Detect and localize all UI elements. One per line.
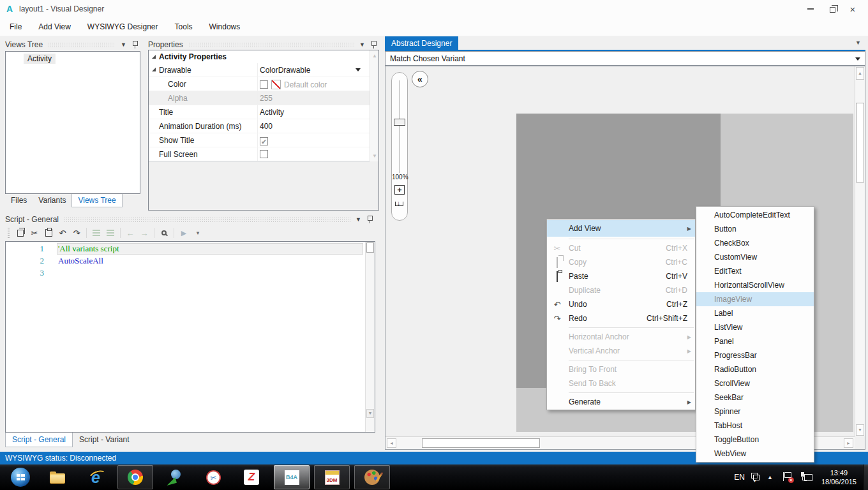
taskbar-clock[interactable]: 13:49 18/06/2015: [821, 468, 857, 486]
menu-item-send-to-back[interactable]: Send To Back: [547, 376, 695, 390]
dropdown-arrow-icon[interactable]: [355, 68, 361, 71]
taskbar-b4a[interactable]: B4A: [274, 465, 310, 489]
expander-icon[interactable]: [152, 55, 156, 59]
property-value-input[interactable]: 400: [260, 122, 273, 131]
color-swatch-none-icon[interactable]: [271, 80, 281, 89]
scroll-down-button[interactable]: ▼: [856, 424, 864, 436]
tree-item-activity[interactable]: Activity: [24, 54, 56, 64]
show-hidden-icons-button[interactable]: ▲: [767, 474, 773, 480]
language-indicator[interactable]: EN: [734, 473, 745, 482]
taskbar-3dm[interactable]: 3DM: [314, 465, 350, 489]
editor-scrollbar[interactable]: ▼: [365, 242, 375, 432]
property-row-alpha[interactable]: Alpha 255: [149, 91, 370, 105]
submenu-item-horizontalscrollview[interactable]: HorizontalScrollView: [696, 278, 814, 292]
close-button[interactable]: ×: [844, 3, 862, 15]
toolbar-overflow-button[interactable]: ▾: [191, 226, 205, 240]
tab-files[interactable]: Files: [5, 194, 33, 207]
submenu-item-progressbar[interactable]: ProgressBar: [696, 348, 814, 362]
fit-to-screen-button[interactable]: +: [394, 185, 405, 195]
taskbar-windows-explorer[interactable]: [40, 465, 75, 489]
restore-button[interactable]: [823, 3, 841, 15]
search-button[interactable]: [157, 226, 171, 240]
menu-item-bring-to-front[interactable]: Bring To Front: [547, 362, 695, 376]
action-center-flag-icon[interactable]: ✕: [783, 472, 792, 482]
designer-vertical-scrollbar[interactable]: ▲ ▼: [855, 66, 865, 436]
show-desktop-button[interactable]: [863, 464, 868, 490]
panel-menu-chevron-icon[interactable]: ▼: [121, 41, 126, 48]
property-row-show-title[interactable]: Show Title ✔: [149, 133, 370, 147]
undo-button[interactable]: ↶: [56, 226, 70, 240]
scroll-up-icon[interactable]: ▲: [372, 53, 377, 59]
tab-variants[interactable]: Variants: [33, 194, 71, 207]
minimize-button[interactable]: [802, 3, 819, 15]
tab-script-variant[interactable]: Script - Variant: [73, 433, 135, 447]
submenu-item-imageview[interactable]: ImageView: [696, 292, 814, 306]
toolbar-grip[interactable]: [8, 228, 10, 238]
submenu-item-label[interactable]: Label: [696, 306, 814, 320]
submenu-item-seekbar[interactable]: SeekBar: [696, 390, 814, 405]
submenu-item-checkbox[interactable]: CheckBox: [696, 236, 814, 250]
menu-item-undo[interactable]: ↶ Undo Ctrl+Z: [547, 297, 695, 311]
properties-scrollbar[interactable]: ▲ ▼: [370, 50, 378, 161]
pin-icon[interactable]: [371, 41, 377, 48]
submenu-item-button[interactable]: Button: [696, 222, 814, 236]
menu-item-vertical-anchor[interactable]: Vertical Anchor ▶: [547, 344, 695, 358]
scrollbar-thumb[interactable]: [422, 438, 540, 448]
language-bar-icon[interactable]: ▼: [751, 473, 760, 482]
scroll-down-icon[interactable]: ▼: [372, 153, 377, 159]
comment-button[interactable]: [89, 226, 103, 240]
taskbar-zapya[interactable]: Z: [234, 465, 269, 489]
pin-icon[interactable]: [367, 216, 373, 223]
copy-button[interactable]: [13, 226, 27, 240]
zoom-slider-track[interactable]: [400, 80, 400, 173]
menu-item-horizontal-anchor[interactable]: Horizontal Anchor ▶: [547, 330, 695, 344]
menu-item-generate[interactable]: Generate ▶: [547, 395, 695, 409]
submenu-item-togglebutton[interactable]: ToggleButton: [696, 433, 814, 447]
property-group-row[interactable]: Activity Properties: [149, 50, 370, 63]
menu-add-view[interactable]: Add View: [30, 19, 79, 34]
tab-script-general[interactable]: Script - General: [5, 433, 73, 447]
property-row-color[interactable]: Color Default color: [149, 77, 370, 91]
show-title-checkbox[interactable]: ✔: [260, 137, 268, 145]
property-row-full-screen[interactable]: Full Screen: [149, 147, 370, 161]
color-checkbox[interactable]: [260, 80, 268, 89]
menu-item-copy[interactable]: Copy Ctrl+C: [547, 255, 695, 269]
taskbar-download-manager[interactable]: [156, 465, 191, 489]
tab-overflow-chevron-icon[interactable]: ▼: [855, 40, 861, 46]
redo-button[interactable]: ↷: [70, 226, 84, 240]
property-row-title[interactable]: Title Activity: [149, 105, 370, 119]
panel-menu-chevron-icon[interactable]: ▼: [355, 216, 361, 223]
tab-abstract-designer[interactable]: Abstract Designer: [385, 36, 458, 50]
menu-item-paste[interactable]: Paste Ctrl+V: [547, 269, 695, 283]
uncomment-button[interactable]: [103, 226, 117, 240]
indent-button[interactable]: →: [137, 226, 151, 240]
property-row-drawable[interactable]: Drawable ColorDrawable: [149, 63, 370, 77]
scroll-down-icon[interactable]: ▼: [366, 409, 374, 418]
variant-combobox[interactable]: Match Chosen Variant: [385, 51, 865, 66]
property-value-dropdown[interactable]: ColorDrawable: [260, 66, 310, 75]
run-script-button[interactable]: ▶: [177, 226, 191, 240]
cut-button[interactable]: ✂: [27, 226, 41, 240]
outdent-button[interactable]: ←: [123, 226, 137, 240]
submenu-item-tabhost[interactable]: TabHost: [696, 419, 814, 433]
scroll-up-button[interactable]: ▲: [856, 67, 864, 80]
views-tree-panel[interactable]: Activity: [5, 51, 140, 194]
menu-wysiwyg-designer[interactable]: WYSIWYG Designer: [79, 19, 167, 34]
scrollbar-thumb[interactable]: [856, 103, 864, 182]
submenu-item-spinner[interactable]: Spinner: [696, 405, 814, 419]
tab-views-tree[interactable]: Views Tree: [71, 194, 122, 207]
property-row-animation-duration[interactable]: Animation Duration (ms) 400: [149, 119, 370, 133]
submenu-item-listview[interactable]: ListView: [696, 320, 814, 334]
paste-button[interactable]: [41, 226, 56, 240]
taskbar-chrome[interactable]: [117, 465, 153, 489]
menu-windows[interactable]: Windows: [201, 19, 249, 34]
menu-file[interactable]: File: [1, 19, 30, 34]
taskbar-paint[interactable]: [354, 465, 390, 489]
start-button[interactable]: [3, 465, 38, 489]
submenu-item-scrollview[interactable]: ScrollView: [696, 376, 814, 390]
zoom-slider-thumb[interactable]: [394, 119, 405, 126]
submenu-item-panel[interactable]: Panel: [696, 334, 814, 348]
submenu-item-webview[interactable]: WebView: [696, 447, 814, 461]
scrollbar-thumb[interactable]: [366, 242, 374, 253]
scroll-right-button[interactable]: ►: [844, 438, 853, 448]
